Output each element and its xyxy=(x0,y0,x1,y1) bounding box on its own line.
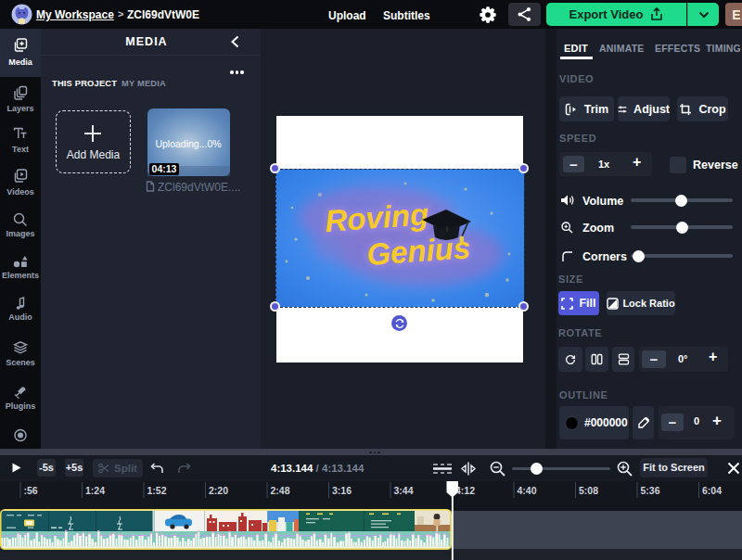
svg-text:1:24: 1:24 xyxy=(85,485,105,496)
svg-text:3:16: 3:16 xyxy=(332,485,352,496)
svg-text:5:08: 5:08 xyxy=(579,485,598,496)
svg-text:1:52: 1:52 xyxy=(147,485,167,496)
svg-text:2:48: 2:48 xyxy=(271,485,290,496)
svg-text:5:36: 5:36 xyxy=(641,485,660,496)
svg-text:3:44: 3:44 xyxy=(394,485,414,496)
svg-text:6:04: 6:04 xyxy=(702,485,722,496)
svg-text:4:40: 4:40 xyxy=(518,485,537,496)
svg-text:4:12: 4:12 xyxy=(455,485,475,496)
svg-text:2:20: 2:20 xyxy=(209,485,228,496)
svg-text:Uploading...0%: Uploading...0% xyxy=(155,138,221,149)
svg-text::56: :56 xyxy=(24,485,38,496)
